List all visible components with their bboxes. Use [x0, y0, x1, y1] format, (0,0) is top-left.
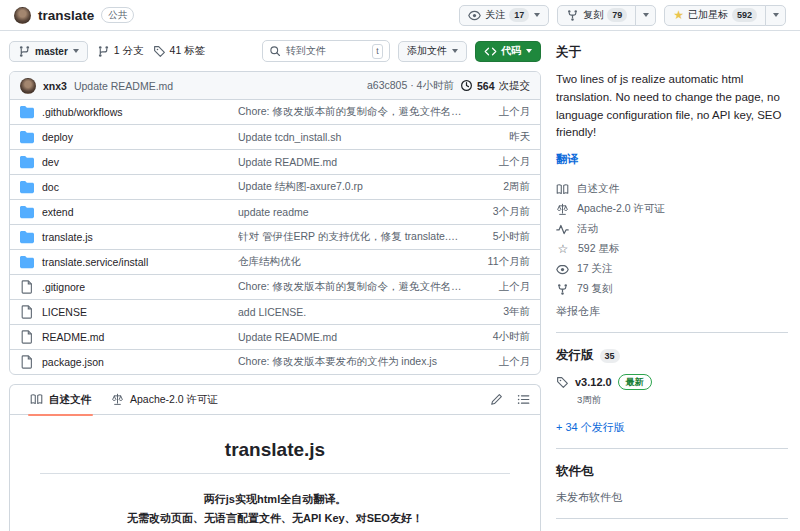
tags-link[interactable]: 41 标签 — [153, 44, 206, 58]
commit-message-link[interactable]: Update 结构图-axure7.0.rp — [238, 180, 472, 194]
branch-icon — [18, 45, 31, 58]
sidebar-item-readme[interactable]: 自述文件 — [556, 179, 788, 199]
table-row: package.json Chore: 修改发版本要发布的文件为 index.j… — [10, 349, 540, 374]
law-icon — [556, 203, 569, 216]
commit-message[interactable]: Update README.md — [74, 80, 173, 92]
commit-time: 上个月 — [472, 355, 530, 369]
sidebar-item-stars[interactable]: ☆ 592 星标 — [556, 239, 788, 259]
star-dropdown[interactable] — [765, 5, 786, 26]
folder-icon — [20, 155, 34, 169]
file-name-link[interactable]: .github/workflows — [42, 106, 123, 118]
file-name-link[interactable]: .gitignore — [42, 281, 85, 293]
file-name-link[interactable]: translate.js — [42, 231, 93, 243]
file-name-link[interactable]: package.json — [42, 356, 104, 368]
file-name-link[interactable]: deploy — [42, 131, 73, 143]
commit-time: 3年前 — [472, 305, 530, 319]
commit-message-link[interactable]: Chore: 修改发版本前的复制命令，避免文件名重复 — [238, 280, 472, 294]
tab-readme[interactable]: 自述文件 — [20, 385, 101, 415]
tab-readme-label: 自述文件 — [49, 393, 91, 407]
file-icon — [20, 330, 34, 344]
owner-avatar[interactable] — [14, 7, 31, 24]
watch-button[interactable]: 关注 17 — [459, 5, 549, 26]
commit-message-link[interactable]: 针对 管伊佳ERP 的支持优化，修复 translate.selectLangu… — [238, 230, 472, 244]
file-name-link[interactable]: extend — [42, 206, 74, 218]
commit-message-link[interactable]: update readme — [238, 206, 472, 218]
more-releases-link[interactable]: + 34 个发行版 — [556, 420, 625, 435]
commit-author[interactable]: xnx3 — [43, 80, 67, 92]
commit-message-link[interactable]: Update README.md — [238, 156, 472, 168]
branch-selector[interactable]: master — [9, 41, 88, 62]
table-row: translate.js 针对 管伊佳ERP 的支持优化，修复 translat… — [10, 224, 540, 249]
folder-icon — [20, 205, 34, 219]
sidebar: 关于 Two lines of js realize automatic htm… — [556, 31, 788, 531]
star-icon: ★ — [673, 9, 684, 21]
search-icon — [269, 45, 281, 57]
branches-link[interactable]: 1 分支 — [97, 44, 144, 58]
table-row: deploy Update tcdn_install.sh 昨天 — [10, 124, 540, 149]
commit-time: 5小时前 — [472, 230, 530, 244]
commit-message-link[interactable]: Chore: 修改发版本前的复制命令，避免文件名重复 — [238, 105, 472, 119]
fork-icon — [556, 283, 569, 296]
table-row: doc Update 结构图-axure7.0.rp 2周前 — [10, 174, 540, 199]
table-row: extend update readme 3个月前 — [10, 199, 540, 224]
file-name-link[interactable]: doc — [42, 181, 59, 193]
repo-name[interactable]: translate — [38, 8, 94, 23]
repo-actions: 关注 17 复刻 79 ★ 已加星标 592 — [459, 5, 786, 26]
star-label: 已加星标 — [688, 8, 728, 22]
sidebar-item-license[interactable]: Apache-2.0 许可证 — [556, 199, 788, 219]
commit-message-link[interactable]: Update tcdn_install.sh — [238, 131, 472, 143]
star-button[interactable]: ★ 已加星标 592 — [664, 5, 766, 26]
folder-icon — [20, 105, 34, 119]
latest-release[interactable]: v3.12.0 最新 — [556, 374, 788, 390]
latest-badge: 最新 — [618, 374, 652, 390]
go-to-file-input[interactable]: 转到文件 t — [262, 40, 390, 62]
releases-count-badge: 35 — [600, 349, 620, 363]
commit-message-link[interactable]: 仓库结构优化 — [238, 255, 472, 269]
commit-message-link[interactable]: add LICENSE. — [238, 306, 472, 318]
sidebar-item-watching[interactable]: 17 关注 — [556, 259, 788, 279]
add-file-button[interactable]: 添加文件 — [398, 41, 467, 62]
release-tag-name[interactable]: v3.12.0 — [575, 376, 612, 388]
commit-sha-time[interactable]: a63c805 · 4小时前 — [367, 79, 454, 93]
readme-panel: 自述文件 Apache-2.0 许可证 translate.js 两行js实现h… — [9, 384, 541, 531]
commit-time: 2周前 — [472, 180, 530, 194]
divider — [556, 448, 788, 449]
chevron-down-icon — [73, 49, 79, 53]
file-name-link[interactable]: README.md — [42, 331, 104, 343]
divider — [40, 473, 510, 474]
eye-icon — [556, 263, 569, 276]
add-file-label: 添加文件 — [407, 44, 447, 58]
tab-license[interactable]: Apache-2.0 许可证 — [101, 385, 228, 415]
code-button[interactable]: 代码 — [475, 41, 541, 62]
table-row: dev Update README.md 上个月 — [10, 149, 540, 174]
branch-icon — [97, 45, 110, 58]
readme-tagline-1: 两行js实现html全自动翻译。 — [40, 490, 510, 509]
folder-icon — [20, 130, 34, 144]
commit-message-link[interactable]: Update README.md — [238, 331, 472, 343]
file-icon — [20, 280, 34, 294]
branches-label: 1 分支 — [114, 44, 144, 58]
report-repository-link[interactable]: 举报仓库 — [556, 304, 600, 319]
topic-link[interactable]: 翻译 — [556, 152, 578, 167]
pulse-icon — [556, 223, 569, 236]
latest-commit-bar: xnx3 Update README.md a63c805 · 4小时前 564… — [10, 72, 540, 99]
sidebar-item-activity[interactable]: 活动 — [556, 219, 788, 239]
sidebar-item-forks[interactable]: 79 复刻 — [556, 279, 788, 299]
commit-time: 上个月 — [472, 105, 530, 119]
commit-history-link[interactable]: 564 次提交 — [460, 79, 530, 93]
table-row: README.md Update README.md 4小时前 — [10, 324, 540, 349]
outline-list-icon[interactable] — [517, 393, 530, 406]
file-name-link[interactable]: translate.service/install — [42, 256, 148, 268]
file-name-link[interactable]: dev — [42, 156, 59, 168]
commit-message-link[interactable]: Chore: 修改发版本要发布的文件为 index.js — [238, 355, 472, 369]
book-icon — [30, 393, 43, 406]
repo-title-group: translate 公共 — [14, 7, 134, 24]
commits-label: 次提交 — [499, 79, 531, 93]
fork-dropdown[interactable] — [635, 5, 656, 26]
fork-count: 79 — [607, 8, 627, 22]
commit-author-avatar[interactable] — [20, 78, 36, 94]
fork-button[interactable]: 复刻 79 — [557, 5, 636, 26]
commit-time: 上个月 — [472, 155, 530, 169]
pencil-icon[interactable] — [490, 393, 503, 406]
file-name-link[interactable]: LICENSE — [42, 306, 87, 318]
